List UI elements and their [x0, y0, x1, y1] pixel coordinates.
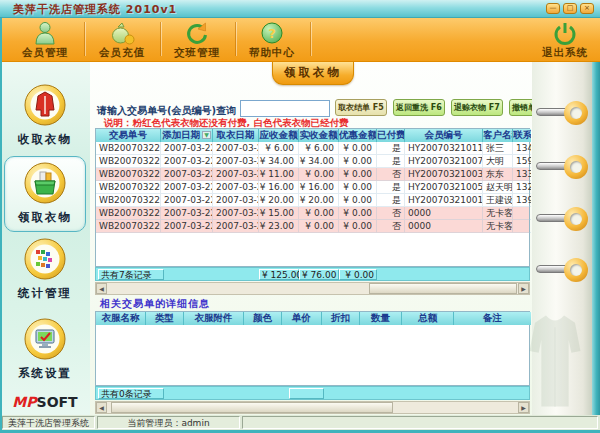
sidebar-item-label: 系统设置 [4, 366, 86, 381]
scrollbar-thumb[interactable] [369, 283, 517, 294]
column-header[interactable]: 折扣 [322, 312, 360, 325]
table-cell: ¥ 0.00 [339, 142, 377, 155]
toolbar-button-help-center[interactable]: ? 帮助中心 [236, 20, 308, 60]
table-cell: 2007-03-22 [161, 181, 213, 194]
table-row[interactable]: WB200703220022007-03-222007-03-25¥ 15.00… [96, 207, 529, 220]
total-receivable: ¥ 125.00 [259, 269, 299, 280]
column-header[interactable]: 客户名称 [483, 129, 513, 142]
table-row[interactable]: WB200703220012007-03-222007-03-23¥ 23.00… [96, 220, 529, 233]
column-header[interactable]: 已付费 [377, 129, 405, 142]
record-count: 共有7条记录 [98, 269, 164, 280]
logo-mp: MP [12, 394, 36, 410]
table-cell: ¥ 15.00 [259, 207, 299, 220]
column-header[interactable]: 单价 [282, 312, 322, 325]
detail-horizontal-scrollbar[interactable]: ◀ ▶ [95, 401, 530, 414]
table-row[interactable]: WB200703220062007-03-222007-03-25¥ 34.00… [96, 155, 529, 168]
toolbar-button-shift-management[interactable]: 交班管理 [161, 20, 233, 60]
table-cell: ¥ 20.00 [299, 194, 339, 207]
sidebar-item-system-settings[interactable]: 系统设置 [4, 318, 86, 381]
search-label: 请输入交易单号(会员编号)查询 [97, 104, 236, 118]
settle-pickup-button[interactable]: 取衣结单 F5 [335, 99, 387, 116]
column-header[interactable]: 会员编号 [405, 129, 483, 142]
table-cell: 0000 [405, 220, 483, 233]
table-cell: WB20070322009 [96, 142, 161, 155]
collect-clothes-icon [24, 111, 66, 130]
scroll-right-icon[interactable]: ▶ [518, 283, 529, 294]
table-row[interactable]: WB200703220052007-03-222007-03-25¥ 11.00… [96, 168, 529, 181]
coat-watermark [516, 311, 594, 415]
column-header[interactable]: 衣服名称 [96, 312, 146, 325]
column-header[interactable]: 添加日期▼ [161, 129, 213, 142]
receive-clothes-icon [24, 189, 66, 208]
orders-table: 交易单号添加日期▼取衣日期应收金额实收金额优惠金额已付费会员编号客户名称联系 W… [95, 128, 530, 267]
toolbar-separator [84, 22, 85, 56]
table-cell: HY20070321001 [405, 194, 483, 207]
status-app-name: 美萍干洗店管理系统 [2, 416, 95, 429]
table-cell [513, 207, 531, 220]
status-bar: 美萍干洗店管理系统 当前管理员：admin [0, 415, 600, 430]
table-cell: 2007-03-25 [213, 142, 259, 155]
table-cell: 是 [377, 142, 405, 155]
column-header[interactable]: 交易单号 [96, 129, 161, 142]
sidebar-item-statistics[interactable]: 统计管理 [4, 238, 86, 301]
column-header[interactable]: 类型 [146, 312, 184, 325]
power-icon [529, 20, 600, 46]
table-row[interactable]: WB200703220092007-03-222007-03-25¥ 6.00¥… [96, 142, 529, 155]
table-cell: ¥ 0.00 [339, 220, 377, 233]
toolbar-label: 帮助中心 [236, 46, 308, 60]
sidebar-item-collect-clothes[interactable]: 收取衣物 [4, 84, 86, 147]
column-header[interactable]: 颜色 [244, 312, 282, 325]
sidebar-item-label: 统计管理 [4, 286, 86, 301]
total-received: ¥ 76.00 [299, 269, 339, 280]
binder-ring [532, 206, 592, 232]
table-cell: WB20070322001 [96, 220, 161, 233]
column-header[interactable]: 取衣日期 [213, 129, 259, 142]
return-clothes-button[interactable]: 退赊衣物 F7 [451, 99, 503, 116]
column-header[interactable]: 总额 [402, 312, 454, 325]
column-header[interactable]: 数量 [360, 312, 402, 325]
column-header[interactable]: 优惠金额 [339, 129, 377, 142]
detail-total-box [289, 388, 324, 399]
status-current-admin: 当前管理员：admin [97, 416, 240, 429]
table-cell: ¥ 34.00 [299, 155, 339, 168]
scrollbar-thumb[interactable] [111, 402, 393, 413]
scroll-left-icon[interactable]: ◀ [96, 402, 107, 413]
table-cell [513, 220, 531, 233]
binder-ring [532, 257, 592, 283]
column-header[interactable]: 衣服附件 [184, 312, 244, 325]
sidebar-navigation: 收取衣物 领取衣物 [0, 62, 90, 415]
table-row[interactable]: WB200703220032007-03-222007-03-25¥ 20.00… [96, 194, 529, 207]
table-cell: 2007-03-25 [213, 194, 259, 207]
table-cell: WB20070322006 [96, 155, 161, 168]
table-cell: 2007-03-22 [161, 220, 213, 233]
maximize-icon[interactable]: □ [563, 3, 577, 14]
toolbar-button-member-recharge[interactable]: 会员充值 [86, 20, 158, 60]
sidebar-item-receive-clothes[interactable]: 领取衣物 [4, 156, 86, 232]
table-cell: ¥ 34.00 [259, 155, 299, 168]
column-header[interactable]: 应收金额 [259, 129, 299, 142]
detail-section-title: 相关交易单的详细信息 [100, 297, 210, 311]
column-header[interactable]: 实收金额 [299, 129, 339, 142]
table-cell: 0000 [405, 207, 483, 220]
table-cell: HY20070321011 [405, 142, 483, 155]
orders-horizontal-scrollbar[interactable]: ◀ ▶ [95, 282, 530, 295]
toolbar-button-member-management[interactable]: 会员管理 [9, 20, 81, 60]
table-cell: ¥ 0.00 [299, 207, 339, 220]
scroll-left-icon[interactable]: ◀ [96, 283, 107, 294]
window-border-left [0, 18, 2, 433]
tab-receive-clothes[interactable]: 领取衣物 [272, 62, 354, 85]
search-input[interactable] [240, 100, 330, 117]
table-row[interactable]: WB200703220042007-03-222007-03-25¥ 16.00… [96, 181, 529, 194]
toolbar-separator [310, 22, 311, 56]
table-cell: 2007-03-22 [161, 168, 213, 181]
orders-table-footer: 共有7条记录 ¥ 125.00 ¥ 76.00 ¥ 0.00 [95, 267, 530, 281]
close-icon[interactable]: × [580, 3, 594, 14]
minimize-icon[interactable]: — [546, 3, 560, 14]
window-titlebar: 美萍干洗店管理系统 2010v1 — □ × [0, 0, 600, 18]
help-icon: ? [236, 20, 308, 46]
rewash-button[interactable]: 返回重洗 F6 [393, 99, 445, 116]
toolbar-button-exit-system[interactable]: 退出系统 [529, 20, 600, 60]
sidebar-item-label: 领取衣物 [5, 210, 85, 225]
column-header[interactable]: 联系 [513, 129, 531, 142]
detail-table: 衣服名称类型衣服附件颜色单价折扣数量总额备注 [95, 311, 530, 386]
